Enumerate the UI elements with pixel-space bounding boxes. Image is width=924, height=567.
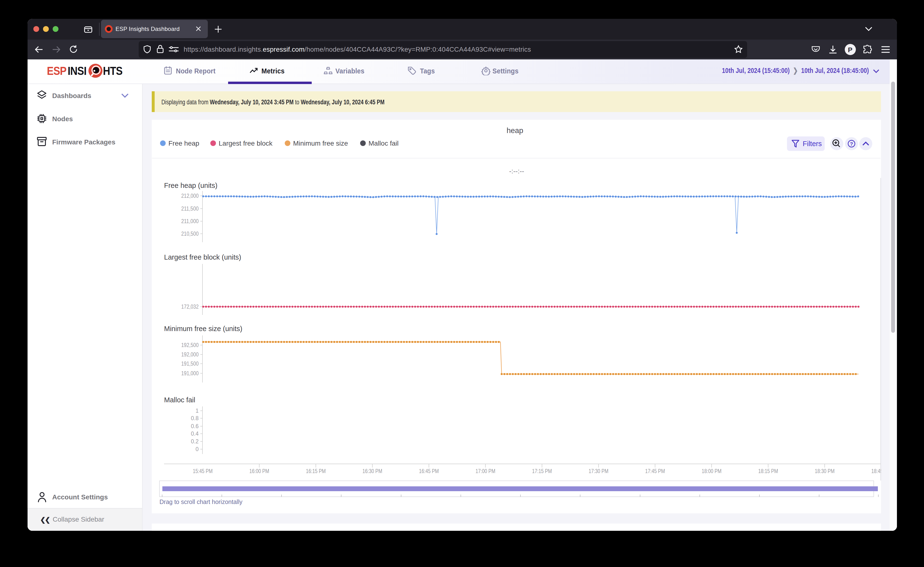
svg-text:212,000: 212,000 xyxy=(181,192,198,199)
svg-text:17:00 PM: 17:00 PM xyxy=(475,468,495,474)
svg-text:210,500: 210,500 xyxy=(181,230,198,237)
svg-text:172,032: 172,032 xyxy=(181,303,198,310)
svg-text:?: ? xyxy=(850,141,853,146)
svg-text:Drag to scroll chart horizonta: Drag to scroll chart horizontally xyxy=(159,498,242,505)
svg-text:-:--:--: -:--:-- xyxy=(509,167,524,175)
svg-text:17:15 PM: 17:15 PM xyxy=(532,468,551,474)
svg-text:Minimum free size (units): Minimum free size (units) xyxy=(164,324,242,332)
svg-text:Minimum free size: Minimum free size xyxy=(293,140,348,147)
svg-text:Free heap (units): Free heap (units) xyxy=(164,182,217,189)
svg-text:18:15 PM: 18:15 PM xyxy=(758,468,778,474)
svg-text:191,500: 191,500 xyxy=(181,360,198,367)
svg-text:18:45 PM: 18:45 PM xyxy=(871,468,881,474)
svg-text:192,500: 192,500 xyxy=(181,342,198,348)
svg-text:191,000: 191,000 xyxy=(181,370,198,376)
svg-text:Largest free block (units): Largest free block (units) xyxy=(164,253,241,261)
svg-text:15:45 PM: 15:45 PM xyxy=(192,468,212,474)
svg-text:17:45 PM: 17:45 PM xyxy=(645,468,665,474)
svg-text:0.8: 0.8 xyxy=(191,415,198,421)
svg-text:Free heap: Free heap xyxy=(168,140,199,147)
svg-text:0: 0 xyxy=(195,446,198,452)
svg-text:heap: heap xyxy=(506,126,523,135)
svg-text:Filters: Filters xyxy=(802,140,822,147)
svg-text:1: 1 xyxy=(195,407,198,414)
svg-text:0.4: 0.4 xyxy=(191,430,198,436)
svg-text:18:00 PM: 18:00 PM xyxy=(702,468,721,474)
svg-text:0.6: 0.6 xyxy=(191,423,198,429)
svg-text:Malloc fail: Malloc fail xyxy=(164,396,195,404)
svg-text:17:30 PM: 17:30 PM xyxy=(588,468,608,474)
svg-text:Largest free block: Largest free block xyxy=(218,140,273,147)
svg-text:16:00 PM: 16:00 PM xyxy=(249,468,269,474)
svg-text:0.2: 0.2 xyxy=(191,438,198,444)
svg-text:16:45 PM: 16:45 PM xyxy=(419,468,439,474)
svg-text:211,500: 211,500 xyxy=(181,205,198,212)
svg-text:16:30 PM: 16:30 PM xyxy=(362,468,382,474)
svg-text:16:15 PM: 16:15 PM xyxy=(306,468,326,474)
svg-text:18:30 PM: 18:30 PM xyxy=(814,468,834,474)
svg-text:Malloc fail: Malloc fail xyxy=(368,140,398,147)
svg-text:192,000: 192,000 xyxy=(181,351,198,357)
svg-text:211,000: 211,000 xyxy=(181,218,198,224)
